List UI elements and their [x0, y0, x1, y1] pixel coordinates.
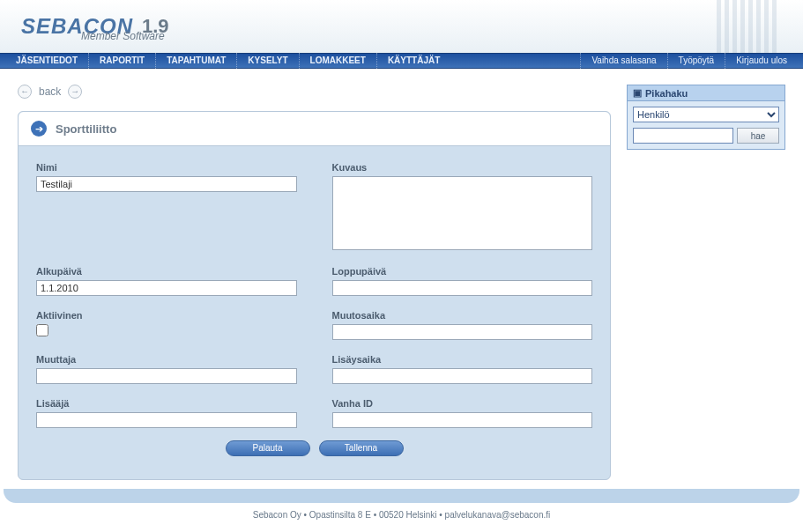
value-muutosaika — [332, 324, 593, 340]
field-loppupaiva: Loppupäivä — [332, 266, 593, 296]
field-vanhaid: Vanha ID — [332, 398, 593, 428]
nav-jasentiedot[interactable]: JÄSENTIEDOT — [5, 53, 88, 69]
quicksearch-title: Pikahaku — [645, 88, 688, 99]
footer-curve — [4, 489, 799, 503]
label-muuttaja: Muuttaja — [36, 354, 297, 365]
nav-kayttajat[interactable]: KÄYTTÄJÄT — [376, 53, 450, 69]
label-lisaaja: Lisääjä — [36, 398, 297, 409]
main-nav: JÄSENTIEDOT RAPORTIT TAPAHTUMAT KYSELYT … — [0, 53, 803, 69]
arrow-right-icon: ➔ — [35, 123, 43, 135]
nav-kyselyt[interactable]: KYSELYT — [236, 53, 298, 69]
field-aktiivinen: Aktiivinen — [36, 310, 297, 340]
nav-desktop[interactable]: Työpöytä — [667, 53, 725, 69]
input-loppupaiva[interactable] — [332, 280, 593, 296]
input-alkupaiva[interactable] — [36, 280, 297, 296]
reset-button[interactable]: Palauta — [226, 440, 310, 456]
input-kuvaus[interactable] — [332, 176, 593, 250]
nav-change-password[interactable]: Vaihda salasana — [580, 53, 666, 69]
nav-logout[interactable]: Kirjaudu ulos — [725, 53, 798, 69]
nav-lomakkeet[interactable]: LOMAKKEET — [299, 53, 376, 69]
field-kuvaus: Kuvaus — [332, 162, 593, 252]
header-decoration — [717, 0, 787, 53]
footer-text: Sebacon Oy • Opastinsilta 8 E • 00520 He… — [0, 503, 803, 527]
save-button[interactable]: Tallenna — [319, 440, 404, 456]
field-muutosaika: Muutosaika — [332, 310, 593, 340]
arrow-left-icon: ← — [20, 87, 29, 96]
field-alkupaiva: Alkupäivä — [36, 266, 297, 296]
back-button[interactable]: ← — [18, 85, 32, 99]
spacer-left — [36, 229, 297, 252]
quicksearch-type-select[interactable]: Henkilö — [633, 107, 779, 122]
nav-tapahtumat[interactable]: TAPAHTUMAT — [155, 53, 236, 69]
panel-title: Sporttiliitto — [56, 122, 116, 136]
quicksearch-button[interactable]: hae — [737, 128, 779, 144]
label-nimi: Nimi — [36, 162, 297, 173]
field-lisaysaika: Lisäysaika — [332, 354, 593, 384]
label-kuvaus: Kuvaus — [332, 162, 593, 173]
back-label[interactable]: back — [39, 85, 61, 98]
label-aktiivinen: Aktiivinen — [36, 310, 297, 321]
quicksearch-input[interactable] — [633, 128, 733, 144]
value-muuttaja — [36, 368, 297, 384]
input-nimi[interactable] — [36, 176, 297, 192]
expand-icon: ▣ — [633, 87, 642, 99]
label-loppupaiva: Loppupäivä — [332, 266, 593, 277]
value-vanhaid — [332, 412, 593, 428]
label-muutosaika: Muutosaika — [332, 310, 593, 321]
brand-subtitle: Member Software — [81, 30, 165, 42]
back-bar: ← back → — [18, 85, 611, 99]
label-alkupaiva: Alkupäivä — [36, 266, 297, 277]
value-lisaysaika — [332, 368, 593, 384]
quicksearch-panel: ▣ Pikahaku Henkilö hae — [627, 85, 785, 150]
arrow-right-icon: → — [71, 87, 79, 96]
field-nimi: Nimi — [36, 162, 297, 215]
nav-raportit[interactable]: RAPORTIT — [88, 53, 155, 69]
forward-button[interactable]: → — [68, 85, 82, 99]
app-header: SEBACON 1.9 Member Software — [0, 0, 803, 53]
label-lisaysaika: Lisäysaika — [332, 354, 593, 365]
field-muuttaja: Muuttaja — [36, 354, 297, 384]
panel-header: ➔ Sporttiliitto — [19, 112, 610, 146]
field-lisaaja: Lisääjä — [36, 398, 297, 428]
label-vanhaid: Vanha ID — [332, 398, 593, 409]
quicksearch-header: ▣ Pikahaku — [628, 85, 784, 101]
detail-panel: ➔ Sporttiliitto Nimi Kuvaus — [18, 111, 611, 480]
value-lisaaja — [36, 412, 297, 428]
panel-icon: ➔ — [31, 121, 47, 137]
input-aktiivinen[interactable] — [36, 324, 48, 336]
